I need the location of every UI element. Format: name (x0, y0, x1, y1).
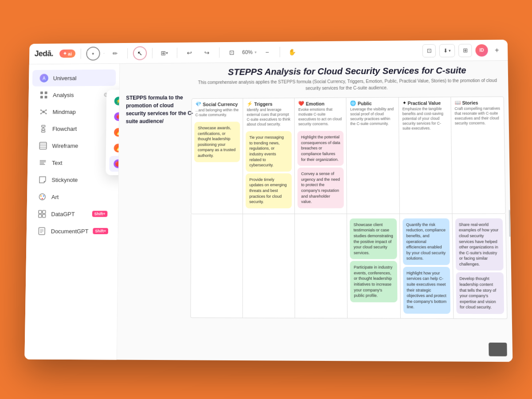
model-claude3haiku[interactable]: 🔥 Claude-3 Haiku Shift+ (110, 124, 120, 140)
screenshot-btn[interactable]: ⊡ (422, 44, 436, 57)
section-stories-top: 📖 Stories Craft compelling narratives th… (451, 97, 505, 213)
section-triggers-bottom (243, 214, 295, 318)
card-stories-2: Develop thought leadership content that … (456, 273, 504, 314)
card-social-1: Showcase awards, certifications, or thou… (194, 122, 240, 162)
sidebar-item-mindmap[interactable]: Mindmap (32, 103, 116, 120)
model-claude3sonnet[interactable]: 🔥 Claude-3 Sonnet Shift+ (110, 140, 120, 156)
sidebar-item-analysis[interactable]: Analysis ⚙ (32, 86, 116, 103)
practical-header-top: ✦ Practical Value (399, 97, 450, 107)
sidebar-item-documentgpt[interactable]: DocumentGPT Shift+ (30, 223, 114, 239)
zoom-control[interactable]: 60% ▾ (242, 49, 257, 55)
model-gpt35[interactable]: ⚡ GPT-3.5 Turbo Default (110, 93, 120, 109)
section-practical-top: ✦ Practical Value Emphasize the tangible… (399, 97, 452, 213)
zoom-out-btn[interactable]: − (260, 45, 274, 59)
svg-rect-2 (40, 96, 43, 98)
minimap (489, 343, 507, 356)
card-practical-2: Highlight how your services can help C-s… (403, 267, 450, 314)
grid-tool[interactable]: ⊞ ▾ (157, 46, 172, 59)
section-triggers: ⚡ Triggers Identify and leverage externa… (243, 98, 295, 213)
cursor-tool[interactable]: ↖ (133, 46, 147, 60)
art-icon (37, 192, 47, 202)
ai-model-dropdown: ⚡ GPT-3.5 Turbo Default 🔴 GPT-4 Turbo Sh… (106, 89, 120, 175)
section-practical-cards: Quantify the risk reduction, compliance … (400, 214, 454, 318)
circle-tool[interactable]: ● (86, 47, 100, 60)
sidebar-label-mindmap: Mindmap (53, 109, 76, 115)
social-currency-emoji: 💎 (196, 102, 202, 107)
scrollbar[interactable] (509, 210, 511, 237)
model-gpt4[interactable]: 🔴 GPT-4 Turbo Shift+ (110, 108, 120, 125)
section-emotion-bottom (295, 214, 348, 318)
redo-btn[interactable]: ↪ (200, 46, 214, 60)
emotion-emoji: ❤️ (298, 101, 305, 106)
sidebar: A Universal Analysis ⚙ Mindmap (24, 64, 120, 360)
emotion-title: Emotion (306, 101, 325, 106)
sidebar-item-wireframe[interactable]: Wireframe (31, 137, 115, 154)
public-title-top: Public (358, 101, 372, 106)
svg-rect-30 (43, 211, 46, 214)
card-practical-1: Quantify the risk reduction, compliance … (403, 218, 450, 265)
section-social-currency: 💎 Social Currency ...and belonging withi… (191, 98, 243, 214)
triggers-title: Triggers (254, 101, 272, 106)
stickynote-icon (38, 175, 47, 185)
social-currency-desc: ...and belonging within the C-suite comm… (192, 108, 243, 120)
sidebar-item-universal[interactable]: A Universal (32, 70, 116, 86)
triggers-header: ⚡ Triggers (243, 98, 294, 107)
svg-rect-3 (45, 96, 47, 98)
emotion-header: ❤️ Emotion (295, 98, 346, 107)
user-avatar[interactable]: ID (475, 44, 488, 56)
ai-label: ai (68, 51, 72, 56)
download-btn[interactable]: ⬇ ▾ (439, 44, 455, 57)
text-icon (38, 158, 48, 168)
documentgpt-icon (37, 226, 47, 236)
pen-tool[interactable]: ✏ (108, 46, 122, 60)
model-gpt4turbo2[interactable]: 🔴 GPT-4 Turbo Shift+ ▾ (109, 156, 120, 172)
board-area: STEPPS Analysis for Cloud Security Servi… (190, 65, 508, 357)
flowchart-icon (39, 124, 48, 134)
card-stories-1: Share real-world examples of how your cl… (455, 218, 504, 270)
sidebar-label-text: Text (52, 160, 63, 166)
sidebar-label-documentgpt: DocumentGPT (51, 228, 89, 235)
gpt35-icon: ⚡ (114, 97, 120, 106)
universal-icon: A (39, 73, 49, 83)
hand-tool[interactable]: ✋ (285, 45, 299, 59)
section-emotion: ❤️ Emotion Evoke emotions that motivate … (295, 98, 347, 214)
sidebar-item-art[interactable]: Art (31, 188, 115, 205)
sidebar-item-datagpt[interactable]: DataGPT Shift+ (30, 206, 114, 223)
sidebar-item-text[interactable]: Text (31, 154, 115, 171)
mindmap-icon (39, 107, 48, 117)
public-emoji-top: 🌐 (350, 101, 356, 106)
datagpt-badge: Shift+ (92, 211, 108, 217)
svg-point-28 (42, 198, 43, 199)
svg-rect-1 (45, 91, 47, 94)
svg-marker-15 (42, 128, 45, 131)
main-area: A Universal Analysis ⚙ Mindmap (24, 61, 512, 362)
practical-desc-top: Emphasize the tangible benefits and cost… (399, 106, 451, 134)
svg-rect-0 (40, 91, 43, 94)
public-header-top: 🌐 Public (347, 98, 399, 107)
divider-6 (279, 47, 280, 57)
section-stories-cards: Share real-world examples of how your cl… (452, 214, 507, 318)
wireframe-icon (38, 141, 48, 151)
app-window: Jedā. ✦ ai ● · ✏ ↖ ⊞ ▾ ↩ ↪ ⊡ 60% ▾ − ✋ ⊡… (24, 39, 512, 362)
app-logo: Jedā. (35, 49, 54, 59)
add-user-btn[interactable]: + (492, 43, 503, 57)
stories-emoji-top: 📖 (454, 100, 461, 106)
svg-rect-29 (39, 211, 42, 214)
card-emotion-1: Highlight the potential consequences of … (297, 131, 344, 166)
share-btn[interactable]: ⊞ (458, 44, 472, 57)
zoom-fit-btn[interactable]: ⊡ (225, 45, 239, 59)
stories-header-top: 📖 Stories (451, 97, 504, 106)
undo-btn[interactable]: ↩ (182, 46, 196, 59)
ai-icon: ✦ (63, 51, 66, 57)
card-triggers-2: Provide timely updates on emerging threa… (246, 173, 292, 208)
canvas-left-title: STEPPS formula to the promotion of cloud… (126, 94, 194, 125)
right-toolbar: ⊡ ⬇ ▾ ⊞ ID + (422, 43, 503, 57)
card-public-2: Participate in industry events, conferen… (350, 261, 397, 302)
triggers-desc: Identify and leverage external cues that… (243, 107, 294, 129)
ai-badge-btn[interactable]: ✦ ai (59, 50, 75, 58)
card-triggers-1: Tie your messaging to trending news, reg… (246, 131, 292, 172)
svg-point-26 (40, 196, 42, 197)
datagpt-icon (37, 209, 47, 219)
sidebar-item-stickynote[interactable]: Stickynote (31, 171, 115, 188)
sidebar-item-flowchart[interactable]: Flowchart (31, 120, 115, 137)
